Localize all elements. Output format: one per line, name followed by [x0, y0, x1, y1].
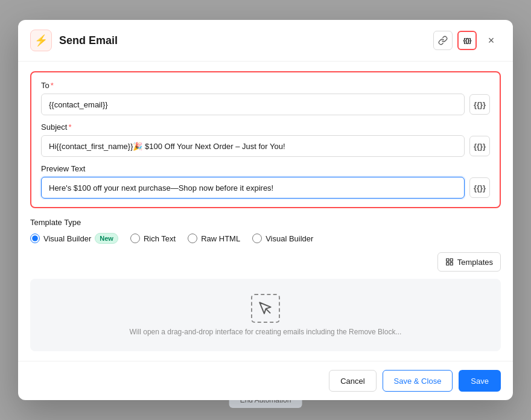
- templates-icon: [445, 258, 454, 266]
- radio-rich-text-label: Rich Text: [144, 234, 176, 243]
- send-email-modal: ⚡ Send Email {{}} ×: [18, 20, 513, 400]
- modal-header: ⚡ Send Email {{}} ×: [18, 20, 513, 62]
- template-type-radio-group: Visual Builder New Rich Text Raw HTML Vi…: [30, 233, 501, 244]
- subject-label: Subject*: [41, 122, 490, 132]
- subject-merge-tag-button[interactable]: {{}}: [469, 136, 490, 156]
- to-merge-tag-button[interactable]: {{}}: [469, 94, 490, 115]
- radio-rich-text[interactable]: Rich Text: [130, 234, 176, 243]
- cancel-button[interactable]: Cancel: [329, 370, 376, 392]
- builder-cursor-icon: [251, 294, 280, 323]
- preview-field-group: Preview Text {{}}: [41, 164, 490, 199]
- svg-rect-0: [447, 259, 449, 261]
- modal-body: To* {{}} Subject* {{}}: [18, 62, 513, 361]
- modal-overlay: End Automation ⚡ Send Email {{}} ×: [0, 0, 531, 420]
- preview-label: Preview Text: [41, 164, 490, 173]
- to-input-row: {{}}: [41, 94, 490, 115]
- radio-raw-html[interactable]: Raw HTML: [188, 234, 240, 243]
- radio-visual-builder-2-label: Visual Builder: [266, 234, 313, 243]
- new-badge: New: [95, 233, 118, 244]
- builder-area: Will open a drag-and-drop interface for …: [30, 279, 501, 351]
- modal-title: Send Email: [59, 34, 426, 47]
- save-close-button[interactable]: Save & Close: [383, 370, 453, 392]
- save-button[interactable]: Save: [459, 370, 501, 392]
- modal-header-icon: ⚡: [30, 30, 52, 51]
- templates-button-label: Templates: [457, 258, 493, 267]
- to-field-group: To* {{}}: [41, 81, 490, 115]
- radio-visual-builder[interactable]: Visual Builder New: [30, 233, 118, 244]
- preview-merge-tag-button[interactable]: {{}}: [469, 177, 490, 198]
- radio-visual-builder-label: Visual Builder: [43, 234, 91, 243]
- templates-button[interactable]: Templates: [437, 252, 501, 272]
- templates-row: Templates: [30, 252, 501, 272]
- builder-hint: Will open a drag-and-drop interface for …: [130, 328, 402, 336]
- preview-input-row: {{}}: [41, 177, 490, 199]
- merge-tag-header-button[interactable]: {{}}: [457, 31, 477, 50]
- link-icon-button[interactable]: [433, 31, 453, 50]
- subject-input-row: {{}}: [41, 135, 490, 157]
- svg-rect-1: [450, 259, 453, 261]
- svg-rect-3: [447, 262, 449, 265]
- to-input[interactable]: [41, 94, 465, 115]
- close-button[interactable]: ×: [482, 31, 501, 50]
- to-label: To*: [41, 81, 490, 90]
- modal-footer: Cancel Save & Close Save: [18, 361, 513, 400]
- template-type-section: Template Type Visual Builder New Rich Te…: [30, 218, 501, 244]
- subject-field-group: Subject* {{}}: [41, 122, 490, 157]
- svg-rect-2: [450, 262, 453, 265]
- radio-visual-builder-2[interactable]: Visual Builder: [252, 234, 313, 243]
- template-type-label: Template Type: [30, 218, 501, 227]
- fields-section: To* {{}} Subject* {{}}: [30, 71, 501, 208]
- subject-input[interactable]: [41, 135, 465, 157]
- radio-raw-html-label: Raw HTML: [201, 234, 240, 243]
- preview-input[interactable]: [41, 177, 465, 199]
- header-actions: {{}} ×: [433, 31, 501, 50]
